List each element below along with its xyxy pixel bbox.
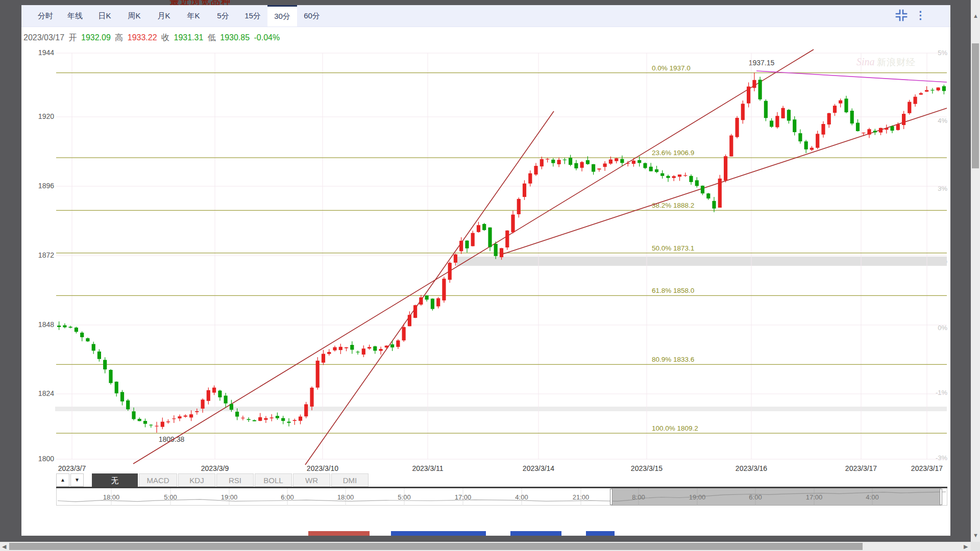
fibonacci-label: 61.8% 1858.0 — [652, 287, 694, 294]
indicator-button-RSI[interactable]: RSI — [216, 473, 254, 487]
high-value: 1933.22 — [128, 33, 157, 42]
vertical-scrollbar[interactable]: ▲ ▼ — [971, 0, 980, 551]
indicator-button-DMI[interactable]: DMI — [331, 473, 369, 487]
low-annotation: 1809.38 — [159, 435, 185, 443]
indicator-button-BOLL[interactable]: BOLL — [255, 473, 292, 487]
close-value: 1931.31 — [174, 33, 203, 42]
navigator-time-label: 19:00 — [221, 493, 238, 501]
watermark-brand: Sina — [856, 56, 875, 67]
high-label: 高 — [115, 33, 123, 42]
date-axis-label: 2023/3/7 — [58, 464, 86, 472]
price-axis-label: 1824 — [26, 389, 54, 397]
navigator-time-label: 18:00 — [337, 493, 354, 501]
high-annotation: 1937.15 — [749, 59, 775, 67]
open-label: 开 — [69, 33, 77, 42]
chart-panel: 分时年线日K周K月K年K5分15分30分60分 ⋮ 2023/03/17 开 1… — [21, 5, 950, 536]
price-axis-label: 1920 — [26, 112, 54, 120]
close-label: 收 — [161, 33, 169, 42]
price-axis-label: 1800 — [26, 455, 54, 463]
vertical-scrollbar-thumb[interactable] — [972, 43, 979, 168]
date-axis-label: 2023/3/15 — [631, 464, 663, 472]
date-axis-label: 2023/3/16 — [736, 464, 767, 472]
price-axis-label: 1872 — [26, 251, 54, 259]
date-axis-label: 2023/3/9 — [201, 464, 229, 472]
ohlc-bar: 2023/03/17 开 1932.09 高 1933.22 收 1931.31… — [23, 33, 282, 45]
scroll-left-arrow[interactable]: ◀ — [2, 544, 6, 549]
fibonacci-label: 0.0% 1937.0 — [652, 64, 691, 72]
low-value: 1930.85 — [220, 33, 250, 42]
indicator-toolbar: ▲ ▼ 无MACDKDJRSIBOLLWRDMI — [56, 473, 369, 487]
fibonacci-label: 100.0% 1809.2 — [652, 424, 698, 432]
navigator-time-label: 6:00 — [281, 493, 293, 501]
tab-年线[interactable]: 年线 — [60, 5, 90, 27]
ohlc-date: 2023/03/17 — [23, 33, 64, 42]
percent-axis-label: -3% — [922, 454, 947, 462]
percent-axis-label: 5% — [922, 49, 947, 57]
price-axis-label: 1848 — [26, 320, 54, 329]
scrollbar-corner — [971, 542, 980, 551]
tab-分时[interactable]: 分时 — [31, 5, 60, 27]
navigator-time-label: 18:00 — [103, 493, 120, 501]
tabbar-actions: ⋮ — [895, 9, 926, 22]
cutoff-content-red — [308, 531, 370, 536]
tab-周K[interactable]: 周K — [119, 5, 149, 27]
date-axis-label: 2023/3/11 — [412, 464, 443, 472]
candlestick-chart[interactable] — [21, 5, 950, 536]
horizontal-scrollbar[interactable]: ◀ ▶ — [0, 542, 971, 551]
navigator-time-label: 17:00 — [455, 493, 472, 501]
navigator-selected-range[interactable] — [611, 488, 941, 506]
price-axis-label: 1944 — [26, 48, 54, 57]
collapse-icon[interactable] — [895, 9, 908, 22]
screen: 最近浏览品种 分时年线日K周K月K年K5分15分30分60分 ⋮ 2023/03… — [0, 0, 980, 551]
navigator-time-label: 21:00 — [573, 493, 590, 501]
fibonacci-label: 50.0% 1873.1 — [652, 244, 694, 252]
indicator-button-无[interactable]: 无 — [92, 473, 138, 487]
date-axis-label: 2023/3/17 — [911, 464, 943, 472]
period-tabbar: 分时年线日K周K月K年K5分15分30分60分 — [21, 5, 950, 27]
tab-月K[interactable]: 月K — [149, 5, 179, 27]
tab-15分[interactable]: 15分 — [238, 5, 267, 27]
tab-30分[interactable]: 30分 — [267, 5, 297, 27]
scale-up-button[interactable]: ▲ — [56, 473, 69, 487]
low-label: 低 — [208, 33, 216, 42]
percent-axis-label: 0% — [922, 324, 947, 332]
cutoff-content-blue2 — [510, 531, 561, 536]
tab-60分[interactable]: 60分 — [297, 5, 327, 27]
scale-down-button[interactable]: ▼ — [70, 473, 84, 487]
percent-axis-label: -1% — [922, 389, 947, 396]
price-axis-label: 1896 — [26, 182, 54, 190]
tab-日K[interactable]: 日K — [90, 5, 119, 27]
fibonacci-label: 23.6% 1906.9 — [652, 149, 694, 157]
date-axis-label: 2023/3/17 — [845, 464, 877, 472]
change-value: -0.04% — [254, 33, 280, 42]
tabbar-spacer — [21, 5, 31, 27]
scroll-up-arrow[interactable]: ▲ — [973, 13, 978, 19]
tab-年K[interactable]: 年K — [179, 5, 208, 27]
watermark-subline: · ·· · ··· ·· · — [856, 68, 916, 73]
fibonacci-label: 38.2% 1888.2 — [652, 202, 694, 209]
horizontal-scrollbar-thumb[interactable] — [9, 543, 863, 550]
navigator-time-label: 5:00 — [398, 493, 410, 501]
open-value: 1932.09 — [81, 33, 111, 42]
fibonacci-label: 80.9% 1833.6 — [652, 356, 694, 363]
indicator-button-WR[interactable]: WR — [293, 473, 330, 487]
indicator-button-MACD[interactable]: MACD — [139, 473, 177, 487]
sina-watermark: Sina 新浪财经 · ·· · ··· ·· · — [856, 56, 916, 73]
cutoff-content-blue3 — [586, 531, 615, 536]
percent-axis-label: 4% — [922, 117, 947, 124]
scroll-right-arrow[interactable]: ▶ — [964, 544, 968, 549]
navigator-left-handle[interactable] — [610, 489, 612, 505]
date-axis-label: 2023/3/14 — [523, 464, 554, 472]
tab-5分[interactable]: 5分 — [208, 5, 238, 27]
navigator-time-label: 5:00 — [164, 493, 177, 501]
cutoff-content-blue1 — [391, 531, 486, 536]
percent-axis-label: 3% — [922, 185, 947, 192]
watermark-text: 新浪财经 — [877, 57, 916, 67]
percent-axis-label: 1% — [922, 257, 947, 265]
scroll-down-arrow[interactable]: ▼ — [973, 533, 978, 538]
navigator-time-label: 4:00 — [515, 493, 528, 501]
overflow-menu-icon[interactable]: ⋮ — [915, 9, 926, 22]
date-axis-label: 2023/3/10 — [307, 464, 338, 472]
navigator-right-handle[interactable] — [940, 489, 942, 505]
indicator-button-KDJ[interactable]: KDJ — [178, 473, 215, 487]
